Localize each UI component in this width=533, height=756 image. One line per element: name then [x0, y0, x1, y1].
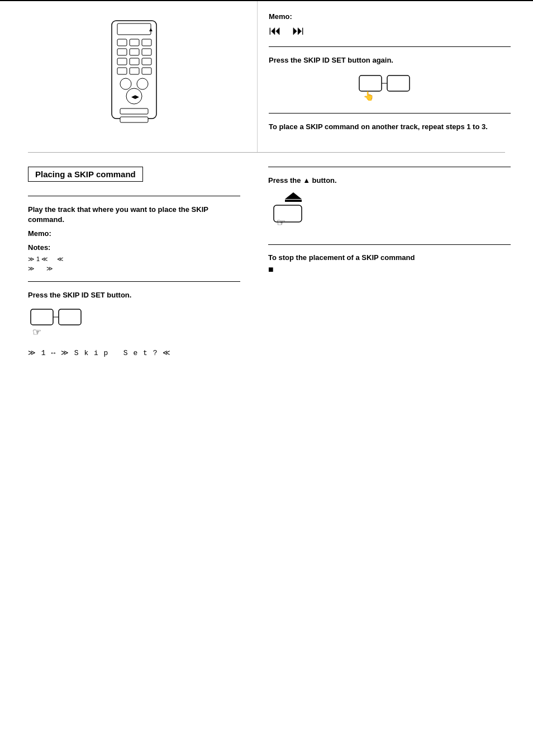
svg-text:☞: ☞ — [32, 327, 41, 338]
remote-illustration: ▲ — [28, 12, 240, 130]
svg-text:👆: 👆 — [363, 91, 374, 101]
section-heading: Placing a SKIP command — [28, 167, 143, 182]
step1-section: Play the track that where you want to pl… — [28, 205, 240, 238]
right-column-upper: Memo: ⏮ ⏭ Press the SKIP ID SET button a… — [257, 1, 533, 152]
section-heading-container: Placing a SKIP command — [28, 167, 240, 187]
skip-id-set-illustration: ☞ — [28, 306, 240, 343]
press-eject-section: Press the ▲ button. ☞ — [268, 167, 511, 236]
button-illustration-step2: 👆 — [269, 71, 511, 105]
svg-text:☞: ☞ — [277, 217, 285, 228]
svg-rect-25 — [31, 309, 53, 325]
bottom-right-col: Press the ▲ button. ☞ — [257, 153, 533, 368]
stop-symbol: ■ — [268, 264, 511, 275]
eject-button-illustration: ☞ — [268, 191, 511, 236]
step3-section: To place a SKIP command on another track… — [269, 122, 511, 132]
svg-rect-22 — [387, 75, 410, 91]
upper-section: ▲ — [0, 1, 533, 152]
left-column-upper: ▲ — [0, 1, 257, 152]
memo-label-upper: Memo: — [269, 12, 511, 21]
svg-rect-20 — [120, 117, 148, 122]
notes-content: ≫ 1 ≪ ≪ ≫ ≫ — [28, 254, 240, 273]
press-eject-title: Press the ▲ button. — [268, 176, 511, 186]
notes-label: Notes: — [28, 243, 240, 252]
bottom-section: Placing a SKIP command Play the track th… — [0, 153, 533, 368]
svg-rect-4 — [130, 39, 139, 46]
svg-rect-1 — [117, 23, 151, 35]
stop-title: To stop the placement of a SKIP command — [268, 253, 511, 262]
svg-rect-12 — [117, 68, 127, 74]
svg-rect-21 — [359, 75, 382, 91]
skip-forward-icon: ⏭ — [292, 23, 304, 38]
svg-marker-29 — [285, 192, 302, 199]
svg-rect-7 — [130, 49, 139, 55]
page: ▲ — [0, 0, 533, 756]
svg-rect-11 — [142, 58, 151, 65]
memo-section-upper: Memo: ⏮ ⏭ — [269, 12, 511, 38]
eject-btn-svg: ☞ — [268, 191, 318, 236]
svg-rect-9 — [117, 58, 127, 65]
svg-text:▲: ▲ — [148, 26, 154, 32]
svg-rect-13 — [130, 68, 139, 74]
step3-title: To place a SKIP command on another track… — [269, 122, 511, 132]
svg-rect-3 — [117, 39, 127, 46]
divider-5 — [268, 167, 511, 167]
divider-6 — [268, 244, 511, 245]
svg-rect-10 — [130, 58, 139, 65]
step1-title: Play the track that where you want to pl… — [28, 205, 240, 225]
svg-rect-19 — [120, 108, 148, 114]
skip-back-icon: ⏮ — [269, 23, 281, 38]
divider-2 — [269, 113, 511, 114]
note-line2: ≫ ≫ — [28, 265, 53, 272]
svg-point-16 — [137, 78, 148, 89]
notes-section: Notes: ≫ 1 ≪ ≪ ≫ ≫ — [28, 243, 240, 273]
skip-id-btn-svg: ☞ — [28, 306, 95, 343]
memo-label-bottom: Memo: — [28, 229, 240, 238]
note-line1: ≫ 1 ≪ ≪ — [28, 256, 64, 262]
svg-rect-8 — [142, 49, 151, 55]
svg-rect-30 — [285, 200, 302, 202]
svg-rect-6 — [117, 49, 127, 55]
stop-section: To stop the placement of a SKIP command … — [268, 253, 511, 275]
svg-rect-26 — [59, 309, 81, 325]
svg-point-15 — [120, 78, 131, 89]
bottom-left-col: Placing a SKIP command Play the track th… — [0, 153, 257, 368]
display-content: ≫ 1 ↔ ≫ S k i p S e t ? ≪ — [28, 349, 171, 357]
step2-section: Press the SKIP ID SET button again. 👆 — [269, 55, 511, 105]
svg-text:◀▶: ◀▶ — [131, 94, 139, 100]
svg-rect-14 — [142, 68, 151, 74]
skip-icons: ⏮ ⏭ — [269, 23, 511, 38]
step2-title: Press the SKIP ID SET button again. — [269, 55, 511, 65]
display-text: ≫ 1 ↔ ≫ S k i p S e t ? ≪ — [28, 348, 240, 357]
press-skip-id-set-title: Press the SKIP ID SET button. — [28, 290, 240, 300]
divider-1 — [269, 46, 511, 47]
press-skip-id-set-section: Press the SKIP ID SET button. — [28, 290, 240, 300]
divider-4 — [28, 281, 240, 282]
skip-id-set-button-svg: 👆 — [356, 71, 423, 105]
remote-control-svg: ▲ — [98, 18, 170, 130]
divider-3 — [28, 196, 240, 196]
svg-rect-5 — [142, 39, 151, 46]
